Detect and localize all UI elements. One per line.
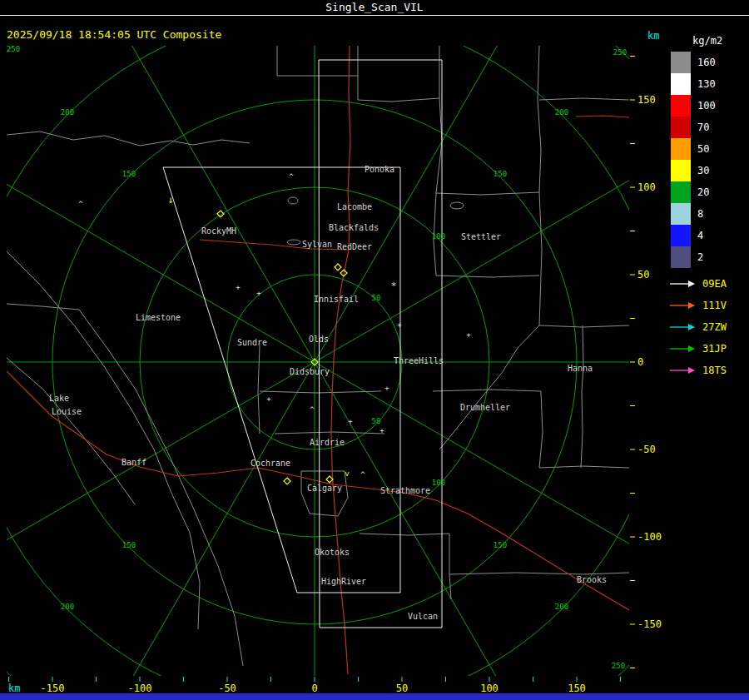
municipal-boundary [449, 534, 451, 599]
azimuth-line [0, 21, 315, 362]
scale-swatch [671, 225, 691, 246]
city-label: Vulcan [408, 612, 438, 621]
municipal-boundary [581, 325, 583, 468]
scale-swatch [671, 181, 691, 203]
right-axis-label: 50 [637, 269, 649, 280]
title-bar: Single_Scan_VIL [0, 0, 749, 16]
scale-row: 8 [666, 203, 749, 225]
legend-panel: kg/m2 16013010070503020842 09EA111V27ZW3… [666, 35, 749, 381]
municipal-boundary [260, 391, 381, 393]
site-arrow-icon [669, 322, 696, 332]
scale-row: 20 [666, 181, 749, 203]
azimuth-line [0, 362, 315, 700]
bottom-axis-label: 150 [568, 683, 586, 694]
bottom-axis-label: 0 [311, 683, 317, 694]
legend-unit-label: kg/m2 [692, 35, 749, 52]
scale-row: 130 [666, 73, 749, 95]
site-arrow-icon [669, 344, 696, 354]
municipal-boundary [436, 98, 442, 193]
municipal-boundary [301, 471, 348, 516]
bottom-axis-unit: km [8, 683, 20, 694]
municipal-boundary [154, 449, 200, 629]
radar-site-row: 09EA [666, 273, 749, 295]
scale-row: 160 [666, 52, 749, 73]
bottom-status-bar [0, 693, 749, 700]
city-label: Sundre [237, 338, 267, 347]
bottom-axis-label: 50 [396, 683, 408, 694]
municipal-boundary [539, 466, 629, 468]
municipal-boundary [277, 46, 358, 76]
site-id-label: 111V [702, 300, 727, 311]
municipal-boundary [539, 98, 629, 100]
right-axis-unit: km [647, 30, 659, 42]
city-label: Airdrie [310, 438, 345, 447]
city-label: Banff [122, 458, 146, 467]
map-layers: 5010015020025050100150200250150200250150… [0, 0, 749, 700]
scale-value: 30 [697, 165, 709, 176]
scale-row: 2 [666, 246, 749, 268]
city-label: Sylvan [302, 240, 332, 249]
municipal-boundary [539, 325, 629, 327]
scale-value: 70 [697, 122, 709, 133]
scale-swatch [671, 203, 691, 225]
scale-value: 100 [697, 100, 716, 112]
site-id-label: 27ZW [702, 321, 727, 333]
town-marker-caret: ^ [289, 172, 294, 181]
city-label: Drumheller [460, 403, 510, 412]
range-label: 150 [494, 541, 507, 549]
radar-map-canvas[interactable]: 5010015020025050100150200250150200250150… [0, 0, 749, 700]
municipal-boundary [7, 251, 154, 449]
city-label: Olds [309, 335, 329, 344]
scale-row: 50 [666, 138, 749, 160]
highway-line [333, 484, 629, 610]
city-label: Innisfail [314, 295, 359, 304]
scale-row: 30 [666, 160, 749, 181]
municipal-boundary [7, 304, 79, 310]
window-title: Single_Scan_VIL [325, 1, 423, 13]
timestamp-label: 2025/09/18 18:54:05 UTC Composite [7, 28, 221, 41]
site-id-label: 31JP [702, 343, 727, 355]
azimuth-line [0, 0, 315, 362]
right-axis-label: -150 [637, 618, 662, 630]
municipal-boundary [275, 432, 384, 434]
town-marker-plus: + [397, 320, 402, 329]
city-label: Limestone [136, 313, 181, 322]
right-axis-label: 100 [637, 181, 656, 193]
town-marker-plus: + [466, 330, 471, 339]
radar-site-row: 111V [666, 295, 749, 316]
range-label: 250 [613, 48, 627, 57]
city-label: Okotoks [315, 548, 350, 557]
scale-swatch [671, 52, 691, 73]
municipal-boundary [539, 192, 542, 325]
highway-line [576, 116, 629, 117]
scale-row: 4 [666, 225, 749, 246]
town-marker-caret: ^ [78, 200, 83, 208]
city-label: Lacombe [337, 202, 372, 211]
city-label: Calgary [307, 484, 342, 493]
city-label: Stettler [461, 232, 501, 241]
city-label: Louise [52, 407, 82, 416]
city-label: Didsbury [290, 367, 330, 376]
right-axis-label: 0 [637, 356, 643, 368]
city-label: Lake [49, 394, 69, 403]
right-axis-label: 150 [637, 94, 656, 106]
scale-value: 50 [697, 143, 709, 155]
town-marker-caret: ^ [360, 470, 365, 479]
city-label: HighRiver [321, 577, 366, 586]
municipal-boundary [436, 192, 539, 195]
range-label: 150 [494, 170, 507, 178]
range-ring-250 [0, 0, 749, 700]
city-label: Blackfalds [329, 223, 379, 232]
site-arrow-icon [669, 365, 696, 375]
range-label: 150 [122, 170, 136, 178]
city-label: Hanna [568, 364, 593, 373]
range-label: 250 [612, 662, 625, 670]
site-arrow-icon [669, 279, 696, 289]
range-label: 200 [555, 108, 568, 117]
bottom-axis-label: 100 [480, 683, 499, 694]
azimuth-line [315, 0, 656, 362]
scale-swatch [671, 160, 691, 181]
range-label: 200 [61, 108, 74, 117]
municipal-boundary [449, 573, 629, 574]
range-label: 250 [7, 45, 20, 53]
